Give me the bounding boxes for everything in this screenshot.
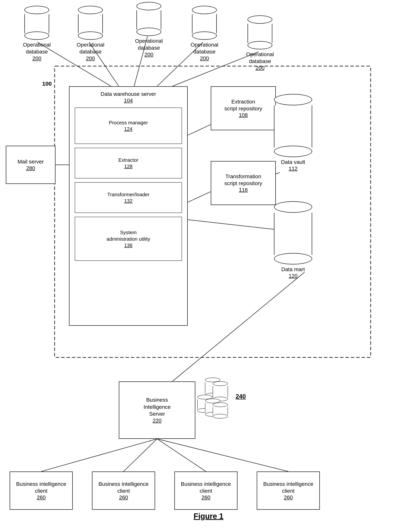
diagram: 100 Operationaldatabase 200 Operationald… [0,0,417,532]
bi-cluster-label: 240 [236,393,246,400]
extractor-box: Extractor 128 [75,148,182,178]
system-label: 100 [42,81,52,87]
figure-caption: Figure 1 [0,512,417,521]
svg-line-15 [157,439,206,471]
svg-line-14 [124,439,157,471]
svg-line-7 [186,125,211,136]
svg-line-8 [186,192,211,203]
bi-client-1: Business intelligenceclient 260 [10,471,73,510]
operational-db-1: Operationaldatabase 200 [23,6,51,62]
bi-cluster [195,378,234,431]
transformer-loader-box: Transformer/loader 132 [75,182,182,213]
data-mart: Data mart 120 [274,201,312,279]
bi-server: BusinessIntelligenceServer 220 [119,381,195,439]
operational-db-2: Operationaldatabase 200 [77,6,104,62]
bi-client-2: Business intelligenceclient 260 [92,471,155,510]
connection-lines [0,0,417,532]
data-vault: Data vault 112 [274,94,312,172]
transformation-script-repo: Transformationscript repository 116 [211,161,276,205]
mail-server: Mail server 280 [6,146,56,184]
operational-db-3: Operationaldatabase 200 [135,2,163,58]
process-manager-box: Process manager 124 [75,107,182,144]
svg-line-13 [41,439,157,471]
bi-client-4: Business intelligenceclient 260 [257,471,320,510]
operational-db-4: Operationaldatabase 200 [191,6,218,62]
svg-line-11 [186,219,280,230]
system-admin-box: Systemadministration utility 136 [75,217,182,261]
operational-db-5: Operationaldatabase 200 [246,15,274,71]
svg-line-12 [172,272,304,381]
bi-client-3: Business intelligenceclient 260 [174,471,238,510]
extraction-script-repo: Extractionscript repository 108 [211,86,276,130]
svg-line-16 [157,439,288,471]
data-warehouse-server: Data warehouse server 104 Process manage… [69,86,188,326]
